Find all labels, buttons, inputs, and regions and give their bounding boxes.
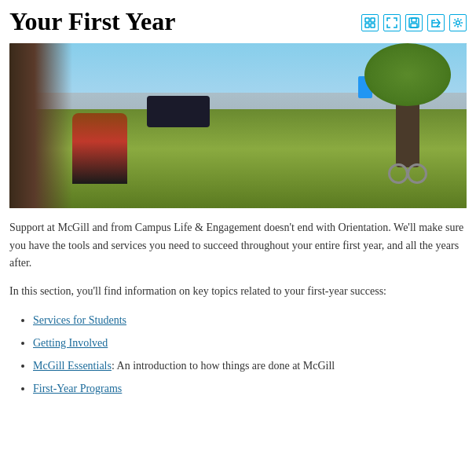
share-icon[interactable] [427, 14, 445, 31]
section-paragraph: In this section, you'll find information… [9, 283, 467, 300]
list-item: Getting Involved [33, 335, 467, 351]
tree-left [9, 43, 72, 208]
bicycle [388, 152, 427, 184]
save-icon[interactable] [405, 14, 423, 31]
tree-right-canopy [364, 43, 451, 106]
list-item: McGill Essentials: An introduction to ho… [33, 357, 467, 374]
fullscreen-icon[interactable] [383, 14, 401, 31]
settings-icon[interactable] [449, 14, 467, 31]
hero-image [9, 43, 467, 208]
header-row: Your First Year [9, 0, 467, 35]
expand-icon[interactable] [361, 14, 379, 31]
list-item: Services for Students [33, 312, 467, 328]
svg-rect-5 [412, 18, 416, 22]
page-wrapper: Your First Year [0, 0, 476, 469]
links-list: Services for Students Getting Involved M… [9, 312, 467, 397]
svg-rect-2 [365, 24, 369, 27]
svg-rect-0 [365, 18, 369, 22]
svg-rect-1 [371, 18, 375, 22]
mcgill-essentials-description: : An introduction to how things are done… [112, 360, 335, 372]
svg-rect-6 [411, 24, 417, 27]
services-for-students-link[interactable]: Services for Students [33, 314, 126, 326]
first-year-programs-link[interactable]: First-Year Programs [33, 383, 122, 394]
page-title: Your First Year [9, 8, 176, 35]
svg-rect-3 [371, 24, 375, 27]
mcgill-essentials-link[interactable]: McGill Essentials [33, 360, 112, 372]
person-figure [72, 113, 127, 184]
list-item: First-Year Programs [33, 380, 467, 397]
intro-paragraph: Support at McGill and from Campus Life &… [9, 219, 467, 272]
getting-involved-link[interactable]: Getting Involved [33, 337, 108, 349]
toolbar [361, 8, 467, 31]
svg-point-7 [456, 21, 460, 25]
car [147, 96, 210, 127]
